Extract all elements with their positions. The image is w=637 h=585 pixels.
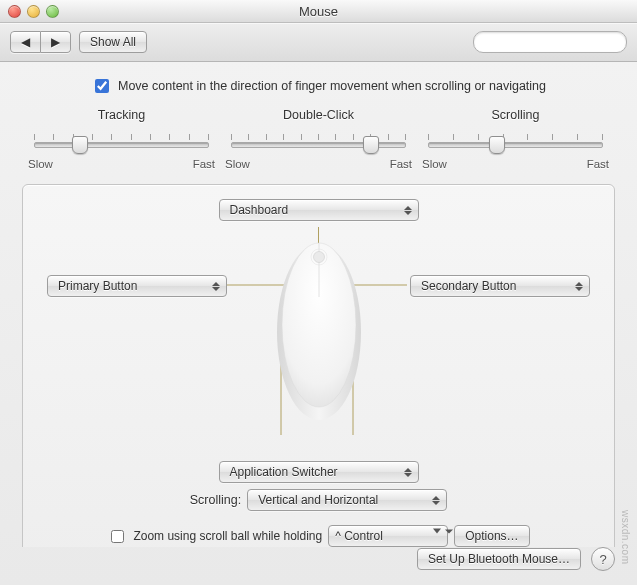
minimize-window-button[interactable] — [27, 5, 40, 18]
tracking-fast-label: Fast — [193, 158, 215, 170]
close-window-button[interactable] — [8, 5, 21, 18]
svg-point-6 — [313, 252, 324, 263]
scrolling-thumb[interactable] — [489, 136, 505, 154]
tracking-slow-label: Slow — [28, 158, 53, 170]
zoom-modifier-popup[interactable]: ^ Control — [328, 525, 448, 547]
scrolling-fast-label: Fast — [587, 158, 609, 170]
natural-scroll-row: Move content in the direction of finger … — [22, 76, 615, 96]
natural-scroll-checkbox[interactable] — [95, 79, 109, 93]
bluetooth-setup-button[interactable]: Set Up Bluetooth Mouse… — [417, 548, 581, 570]
zoom-row: Zoom using scroll ball while holding ^ C… — [47, 525, 590, 547]
zoom-label: Zoom using scroll ball while holding — [133, 529, 322, 543]
help-button[interactable]: ? — [591, 547, 615, 571]
natural-scroll-label: Move content in the direction of finger … — [118, 79, 546, 93]
mouse-diagram: Primary Button Secondary Button — [47, 227, 590, 457]
tracking-block: Tracking Slow Fast — [28, 108, 215, 170]
scrollball-button-popup[interactable]: Dashboard — [219, 199, 419, 221]
scrollball-button-value: Dashboard — [230, 203, 289, 217]
updown-arrows-icon — [402, 203, 414, 217]
chevron-down-icon — [433, 529, 441, 542]
mouse-groupbox: Dashboard — [22, 184, 615, 547]
side-buttons-value: Application Switcher — [230, 465, 338, 479]
left-button-value: Primary Button — [58, 279, 137, 293]
double-click-slider[interactable] — [225, 132, 412, 154]
updown-arrows-icon — [210, 279, 222, 293]
double-click-slow-label: Slow — [225, 158, 250, 170]
side-buttons-popup[interactable]: Application Switcher — [219, 461, 419, 483]
right-button-popup[interactable]: Secondary Button — [410, 275, 590, 297]
updown-arrows-icon — [430, 493, 442, 507]
window-controls — [0, 5, 59, 18]
updown-arrows-icon — [573, 279, 585, 293]
scrolling-slow-label: Slow — [422, 158, 447, 170]
bottom-popups: Application Switcher Scrolling: Vertical… — [47, 461, 590, 511]
right-button-value: Secondary Button — [421, 279, 516, 293]
search-field[interactable] — [473, 31, 627, 53]
zoom-modifier-value: Control — [344, 529, 383, 543]
scrolling-slider[interactable] — [422, 132, 609, 154]
forward-button[interactable]: ▶ — [41, 31, 71, 53]
zoom-options-button[interactable]: Options… — [454, 525, 529, 547]
mouse-icon — [269, 227, 369, 427]
left-button-popup[interactable]: Primary Button — [47, 275, 227, 297]
tracking-thumb[interactable] — [72, 136, 88, 154]
watermark: wsxdn.com — [620, 510, 631, 565]
double-click-fast-label: Fast — [390, 158, 412, 170]
titlebar: Mouse — [0, 0, 637, 23]
tracking-slider[interactable] — [28, 132, 215, 154]
scrolling-title: Scrolling — [422, 108, 609, 122]
nav-segmented: ◀ ▶ — [10, 31, 71, 53]
tracking-title: Tracking — [28, 108, 215, 122]
zoom-window-button[interactable] — [46, 5, 59, 18]
double-click-block: Double-Click Slow Fast — [225, 108, 412, 170]
sliders-row: Tracking Slow Fast Double-Click — [28, 108, 609, 170]
scrolling-behavior-popup[interactable]: Vertical and Horizontal — [247, 489, 447, 511]
zoom-modifier-glyph: ^ — [335, 529, 341, 543]
double-click-thumb[interactable] — [363, 136, 379, 154]
show-all-button[interactable]: Show All — [79, 31, 147, 53]
scrolling-behavior-value: Vertical and Horizontal — [258, 493, 378, 507]
footer: Set Up Bluetooth Mouse… ? — [0, 547, 637, 585]
search-input[interactable] — [484, 34, 637, 50]
content-area: Move content in the direction of finger … — [0, 62, 637, 547]
toolbar: ◀ ▶ Show All — [0, 23, 637, 62]
double-click-title: Double-Click — [225, 108, 412, 122]
window-title: Mouse — [0, 4, 637, 19]
preferences-window: Mouse ◀ ▶ Show All Move content in the d… — [0, 0, 637, 585]
scrolling-block: Scrolling Slow Fast — [422, 108, 609, 170]
zoom-checkbox[interactable] — [111, 530, 124, 543]
updown-arrows-icon — [402, 465, 414, 479]
back-button[interactable]: ◀ — [10, 31, 41, 53]
scrolling-behavior-label: Scrolling: — [190, 493, 241, 507]
